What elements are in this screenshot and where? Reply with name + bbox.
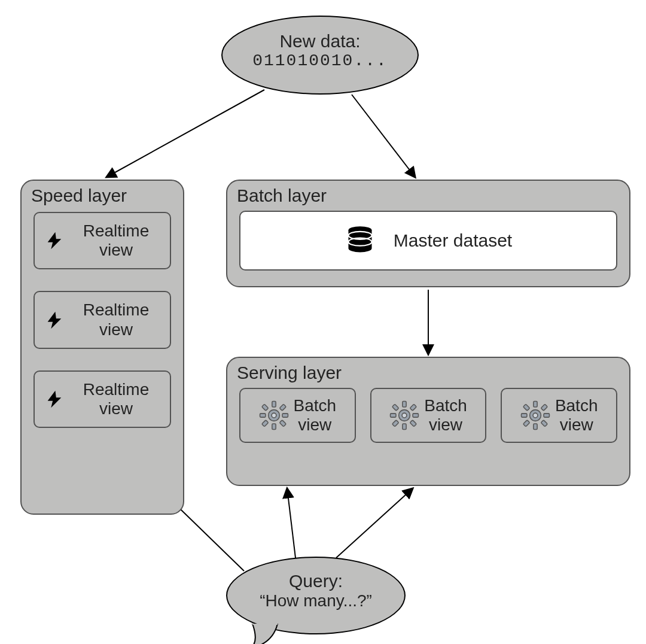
svg-rect-24 xyxy=(410,404,417,411)
svg-rect-32 xyxy=(521,414,526,417)
svg-rect-35 xyxy=(523,420,530,427)
realtime-view-label: Realtime view xyxy=(72,221,160,260)
serving-layer-items: Batch view xyxy=(227,385,629,455)
svg-point-38 xyxy=(533,413,538,418)
svg-rect-25 xyxy=(392,420,399,427)
new-data-title: New data: xyxy=(223,31,418,51)
realtime-view-3: Realtime view xyxy=(33,370,171,428)
realtime-view-2: Realtime view xyxy=(33,291,171,348)
svg-line-4 xyxy=(287,488,295,558)
query-title: Query: xyxy=(227,571,404,591)
master-dataset-box: Master dataset xyxy=(239,211,617,271)
svg-rect-13 xyxy=(282,414,288,417)
batch-view-label: Batch view xyxy=(294,396,337,435)
svg-point-18 xyxy=(272,413,276,418)
gear-icon xyxy=(259,400,289,430)
svg-rect-23 xyxy=(413,414,418,417)
svg-rect-22 xyxy=(391,414,396,417)
batch-layer-title: Batch layer xyxy=(227,181,629,208)
serving-layer-panel: Serving layer xyxy=(226,357,630,486)
batch-view-1: Batch view xyxy=(239,388,356,443)
svg-rect-26 xyxy=(392,404,399,411)
svg-rect-27 xyxy=(410,420,417,427)
svg-rect-31 xyxy=(534,424,537,429)
svg-rect-30 xyxy=(534,402,537,407)
lightning-icon xyxy=(44,229,65,253)
svg-rect-16 xyxy=(261,404,268,411)
lightning-icon xyxy=(44,308,65,332)
new-data-bits: 011010010... xyxy=(223,51,418,70)
svg-line-1 xyxy=(352,95,415,177)
new-data-node: New data: 011010010... xyxy=(221,16,419,95)
batch-view-3: Batch view xyxy=(501,388,617,443)
svg-rect-33 xyxy=(544,414,549,417)
svg-line-5 xyxy=(336,488,413,558)
batch-view-label: Batch view xyxy=(555,396,598,435)
svg-rect-36 xyxy=(523,404,530,411)
lambda-architecture-diagram: New data: 011010010... Speed layer Realt… xyxy=(0,0,646,644)
query-text: “How many...?” xyxy=(227,591,404,610)
svg-rect-37 xyxy=(541,420,547,427)
svg-rect-11 xyxy=(272,424,275,429)
speed-layer-panel: Speed layer Realtime view Realtime view … xyxy=(20,180,184,515)
svg-line-0 xyxy=(106,90,264,177)
query-node: Query: “How many...?” xyxy=(226,557,406,634)
svg-rect-17 xyxy=(279,420,286,427)
database-icon xyxy=(345,225,376,256)
master-dataset-label: Master dataset xyxy=(394,230,512,251)
svg-rect-15 xyxy=(261,420,268,427)
gear-icon xyxy=(520,400,550,430)
svg-rect-21 xyxy=(403,424,406,429)
svg-rect-12 xyxy=(260,414,265,417)
gear-icon xyxy=(389,400,419,430)
realtime-view-label: Realtime view xyxy=(72,300,160,339)
svg-rect-34 xyxy=(541,404,547,411)
svg-rect-14 xyxy=(279,404,286,411)
batch-view-label: Batch view xyxy=(424,396,467,435)
realtime-view-label: Realtime view xyxy=(72,380,160,418)
svg-rect-10 xyxy=(272,402,275,407)
lightning-icon xyxy=(44,387,65,411)
query-bubble: Query: “How many...?” xyxy=(226,557,406,634)
svg-point-28 xyxy=(402,413,407,418)
batch-layer-panel: Batch layer Master dataset xyxy=(226,180,630,287)
serving-layer-title: Serving layer xyxy=(227,358,629,385)
svg-rect-20 xyxy=(403,402,406,407)
batch-view-2: Batch view xyxy=(370,388,487,443)
speed-layer-items: Realtime view Realtime view Realtime vie… xyxy=(22,208,183,440)
speed-layer-title: Speed layer xyxy=(22,181,183,208)
realtime-view-1: Realtime view xyxy=(33,212,171,269)
